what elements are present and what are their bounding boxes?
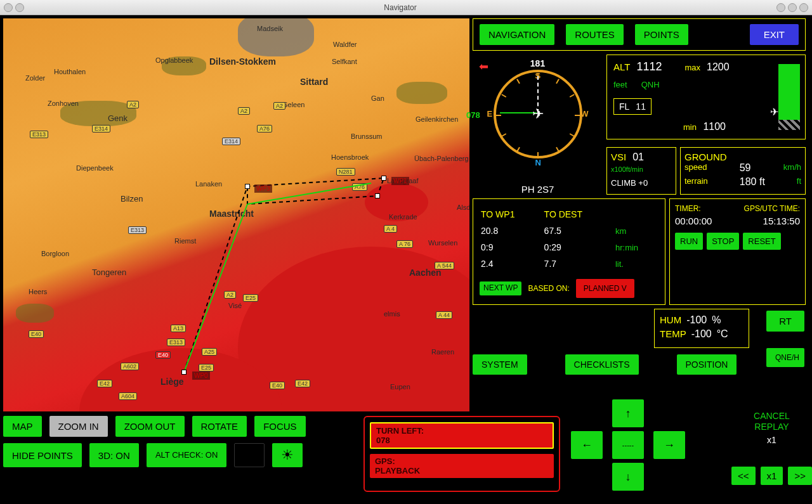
points-button[interactable]: POINTS: [635, 24, 688, 45]
waypoint-label: WP0: [192, 372, 210, 380]
replay-fwd-button[interactable]: >>: [788, 467, 812, 485]
maximize-icon[interactable]: [788, 3, 797, 12]
city-wurselen: Wurselen: [428, 239, 457, 247]
road-a544: A 544: [435, 262, 454, 269]
time-dest: 0:29: [544, 240, 614, 255]
altitude-block: ALT 1112 max 1200 feet QNH FL 11 min: [606, 55, 806, 139]
speed-value: 59: [740, 162, 751, 174]
city-diepenbeek: Diepenbeek: [76, 164, 114, 172]
checklists-button[interactable]: CHECKLISTS: [565, 354, 639, 375]
compass: S W N E ✈: [494, 70, 582, 158]
dpad-center[interactable]: -----: [612, 431, 644, 459]
road-n281: N281: [336, 168, 355, 176]
exit-button[interactable]: EXIT: [750, 24, 799, 45]
based-on-label: BASED ON:: [528, 284, 569, 293]
close-window-icon[interactable]: [4, 3, 13, 12]
dist-unit: km: [615, 223, 657, 238]
road-a4: A 4: [384, 225, 397, 233]
temp-label: TEMP: [660, 328, 686, 340]
road-a2-3: A2: [273, 102, 285, 110]
fuel-dest: 7.7: [544, 256, 614, 271]
road-e40: E40: [29, 330, 44, 338]
temp-value: -100: [691, 328, 712, 340]
alt-plane-icon: ✈: [770, 106, 778, 118]
alt-check-button[interactable]: ALT CHECK: ON: [147, 443, 226, 467]
waypoint-label: WP1: [391, 177, 409, 185]
minimize-icon[interactable]: [776, 3, 785, 12]
cancel-replay-label[interactable]: CANCELREPLAY: [731, 411, 812, 432]
vsi-unit: x100ft/min: [611, 165, 672, 173]
city-brunssum: Brunssum: [351, 132, 383, 140]
alt-value: 1112: [636, 60, 662, 74]
speed-label: speed: [684, 162, 707, 174]
focus-button[interactable]: FOCUS: [254, 416, 306, 437]
app: Dilsen-Stokkem Opglabbeek Houthalen Zold…: [0, 15, 812, 504]
to-dest-hdr: TO DEST: [544, 207, 614, 222]
dpad-right-icon[interactable]: →: [653, 431, 685, 459]
time-unit: hr:min: [615, 240, 657, 255]
city-opglabbeek: Opglabbeek: [155, 56, 193, 64]
road-e42-2: E42: [295, 380, 310, 387]
hum-label: HUM: [660, 314, 681, 326]
replay-rate-button[interactable]: x1: [761, 467, 783, 485]
hide-points-button[interactable]: HIDE POINTS: [3, 443, 82, 467]
position-button[interactable]: POSITION: [677, 354, 737, 375]
road-a2-2: A2: [238, 107, 250, 115]
qneh-button[interactable]: QNE/H: [766, 348, 804, 367]
brightness-dark-icon[interactable]: ☀: [234, 443, 265, 467]
next-wp-button[interactable]: NEXT WP: [480, 281, 521, 295]
stop-button[interactable]: STOP: [707, 233, 739, 250]
brightness-light-icon[interactable]: ☀: [272, 443, 303, 467]
city-sittard: Sittard: [300, 77, 328, 87]
close-icon[interactable]: [799, 3, 808, 12]
city-raeren: Raeren: [431, 348, 454, 356]
alert-gps: GPS: PLAYBACK: [370, 454, 554, 478]
navigation-button[interactable]: NAVIGATION: [480, 24, 554, 45]
fuel-unit: lit.: [615, 256, 657, 271]
zoom-out-button[interactable]: ZOOM OUT: [115, 416, 185, 437]
waypoint: [181, 370, 187, 375]
compass-n: N: [535, 158, 541, 167]
city-geilenkirchen: Geilenkirchen: [416, 115, 458, 123]
city-hoensbroek: Hoensbroek: [331, 153, 369, 161]
rt-button[interactable]: RT: [766, 311, 804, 332]
dpad-down-icon[interactable]: ↓: [612, 463, 644, 491]
routes-button[interactable]: ROUTES: [566, 24, 624, 45]
rotate-button[interactable]: ROTATE: [192, 416, 247, 437]
zoom-in-button[interactable]: ZOOM IN: [49, 416, 108, 437]
flight-level-box[interactable]: FL 11: [613, 98, 652, 115]
waypoint-block: TO WP1 TO DEST 20.8 67.5 km 0:9 0:29 hr:…: [473, 198, 665, 305]
road-e314-1: E314: [92, 125, 110, 132]
environment-block: HUM -100 % TEMP -100 °C: [654, 309, 749, 348]
road-e42: E42: [97, 380, 112, 387]
speed-unit: km/h: [783, 162, 801, 174]
alt-max: 1200: [707, 61, 730, 73]
aircraft-id: PH 2S7: [473, 184, 603, 195]
window-icon[interactable]: [15, 3, 24, 12]
reset-button[interactable]: RESET: [743, 233, 780, 250]
city-madseik: Madseik: [257, 25, 283, 32]
altitude-bar: [778, 64, 800, 130]
dpad-up-icon[interactable]: ↑: [612, 399, 644, 427]
city-genk: Genk: [108, 113, 128, 123]
dpad-left-icon[interactable]: ←: [571, 431, 603, 459]
road-e314-2: E314: [222, 138, 240, 145]
fl-value: 11: [636, 101, 646, 112]
run-button[interactable]: RUN: [675, 233, 703, 250]
compass-e: E: [487, 109, 493, 119]
replay-back-button[interactable]: <<: [731, 467, 756, 485]
vsi-block: VSI 01 x100ft/min CLIMB +0: [606, 147, 676, 195]
to-wp1-hdr: TO WP1: [481, 207, 543, 222]
city-eupen: Eupen: [390, 383, 410, 391]
map-button[interactable]: MAP: [3, 416, 42, 437]
fl-label: FL: [619, 101, 629, 112]
3d-button[interactable]: 3D: ON: [89, 443, 139, 467]
replay-block: CANCELREPLAY x1 << x1 >>: [731, 411, 812, 485]
city-houthalen: Houthalen: [54, 68, 86, 75]
planned-v-button[interactable]: PLANNED V: [576, 279, 634, 298]
alt-unit: feet: [613, 80, 627, 89]
system-button[interactable]: SYSTEM: [473, 354, 527, 375]
city-riemst: Riemst: [174, 237, 196, 245]
compass-block: ⬅ 181 S W N: [473, 55, 603, 195]
map-area[interactable]: Dilsen-Stokkem Opglabbeek Houthalen Zold…: [3, 18, 469, 411]
